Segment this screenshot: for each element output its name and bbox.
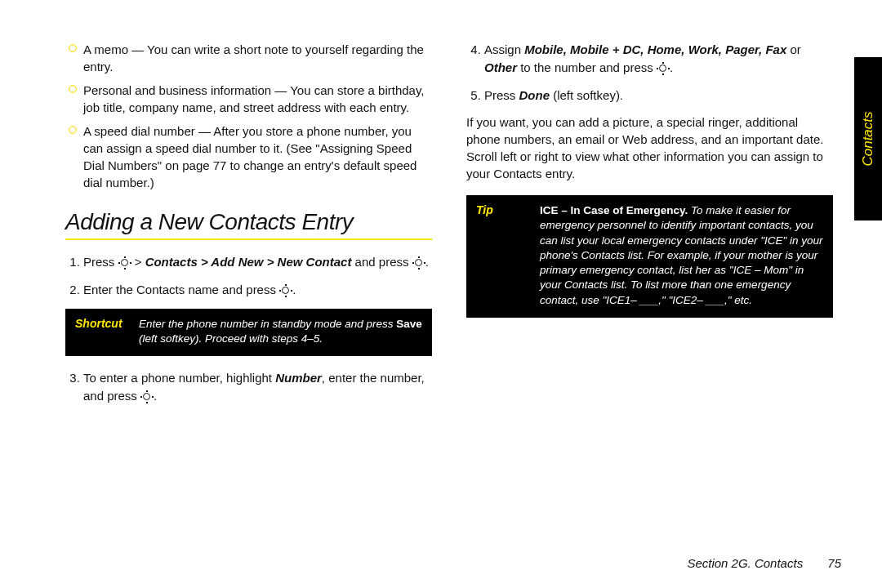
shortcut-body: Enter the phone number in standby mode a… [136, 310, 430, 354]
number-type-other: Other [484, 60, 517, 74]
side-tab-contacts: Contacts [854, 57, 882, 220]
additional-info-paragraph: If you want, you can add a picture, a sp… [466, 114, 833, 182]
ok-key-icon [118, 257, 131, 269]
steps-right: Assign Mobile, Mobile + DC, Home, Work, … [466, 41, 833, 104]
field-number: Number [275, 371, 322, 385]
footer-page: 75 [827, 556, 841, 570]
tip-tag: Tip [468, 197, 537, 316]
ok-key-icon [412, 257, 425, 269]
section-heading: Adding a New Contacts Entry [65, 209, 432, 235]
number-types: Mobile, Mobile + DC, Home, Work, Pager, … [524, 42, 786, 56]
shortcut-tag: Shortcut [67, 310, 136, 354]
right-column: Assign Mobile, Mobile + DC, Home, Work, … [466, 41, 833, 414]
page-footer: Section 2G. Contacts 75 [687, 556, 841, 570]
bullet-memo: A memo — You can write a short note to y… [65, 41, 432, 75]
step-1: Press > Contacts > Add New > New Contact… [83, 253, 432, 271]
menu-path: Contacts > Add New > New Contact [145, 255, 352, 269]
ok-key-icon [140, 391, 154, 403]
bullet-personal-info: Personal and business information — You … [65, 82, 432, 116]
step-2: Enter the Contacts name and press . [83, 281, 432, 299]
heading-rule [65, 238, 432, 240]
ok-key-icon [279, 285, 292, 296]
step-4: Assign Mobile, Mobile + DC, Home, Work, … [484, 41, 833, 77]
feature-bullets: A memo — You can write a short note to y… [65, 41, 432, 191]
steps-left-cont: To enter a phone number, highlight Numbe… [65, 369, 432, 405]
step-5: Press Done (left softkey). [484, 87, 833, 105]
left-column: A memo — You can write a short note to y… [65, 41, 432, 414]
tip-callout: Tip ICE – In Case of Emergency. To make … [466, 195, 833, 318]
step-3: To enter a phone number, highlight Numbe… [83, 369, 432, 405]
side-tab-label: Contacts [860, 111, 876, 166]
steps-left: Press > Contacts > Add New > New Contact… [65, 253, 432, 299]
done-softkey: Done [519, 88, 550, 102]
tip-body: ICE – In Case of Emergency. To make it e… [537, 197, 831, 316]
bullet-speed-dial: A speed dial number — After you store a … [65, 122, 432, 191]
shortcut-callout: Shortcut Enter the phone number in stand… [65, 309, 432, 356]
footer-section: Section 2G. Contacts [687, 556, 803, 570]
save-softkey: Save [396, 318, 422, 330]
tip-lead: ICE – In Case of Emergency. [540, 204, 688, 216]
ok-key-icon [657, 63, 670, 74]
